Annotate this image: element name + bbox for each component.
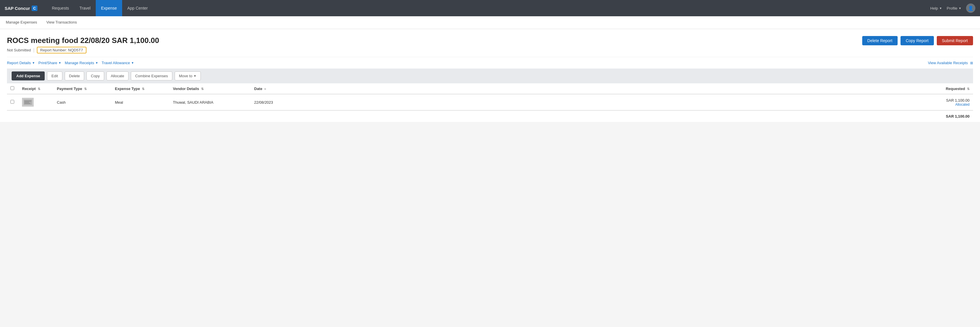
select-all-header [7,83,19,94]
payment-sort-icon[interactable]: ⇅ [84,87,87,91]
requested-cell: SAR 1,100.00 Allocated [303,94,973,110]
expense-type-cell: Meal [111,94,169,110]
nav-app-center[interactable]: App Center [122,0,153,16]
move-to-button[interactable]: Move to ▼ [175,72,201,80]
total-row: SAR 1,100.00 [7,110,973,122]
receipt-image-icon [23,99,33,106]
table-row: Cash Meal Thuwal, SAUDI ARABIA 22/08/202… [7,94,973,110]
action-bar-right: View Available Receipts ⊞ [928,61,973,65]
nav-travel[interactable]: Travel [74,0,96,16]
travel-allowance-link[interactable]: Travel Allowance ▼ [102,61,134,65]
sub-navigation: Manage Expenses View Transactions [0,16,980,29]
vendor-sort-icon[interactable]: ⇅ [201,87,204,91]
profile-link[interactable]: Profile ▼ [947,6,961,10]
manage-receipts-chevron-icon: ▼ [95,61,98,64]
nav-requests[interactable]: Requests [47,0,74,16]
top-navigation: SAP Concur C Requests Travel Expense App… [0,0,980,16]
nav-links: Requests Travel Expense App Center [47,0,931,16]
expense-toolbar: Add Expense Edit Delete Copy Allocate Co… [7,69,973,83]
help-chevron-icon: ▼ [939,7,942,10]
avatar[interactable]: 👤 [966,3,975,13]
meta-divider: | [33,48,34,53]
copy-report-button[interactable]: Copy Report [900,36,934,45]
delete-report-button[interactable]: Delete Report [862,36,897,45]
copy-button[interactable]: Copy [86,72,104,80]
svg-rect-4 [24,103,30,104]
receipt-thumbnail[interactable] [22,98,33,107]
total-label-cell [7,110,303,122]
travel-allowance-chevron-icon: ▼ [131,61,134,64]
table-header-row: Receipt ⇅ Payment Type ⇅ Expense Type ⇅ … [7,83,973,94]
view-available-receipts-link[interactable]: View Available Receipts ⊞ [928,61,973,65]
brand-logo[interactable]: SAP Concur C [5,5,37,11]
requested-header: Requested ⇅ [303,83,973,94]
print-share-link[interactable]: Print/Share ▼ [38,61,61,65]
add-expense-button[interactable]: Add Expense [12,72,45,80]
edit-button[interactable]: Edit [47,72,62,80]
allocate-button[interactable]: Allocate [107,72,129,80]
sub-nav-manage-expenses[interactable]: Manage Expenses [5,16,38,29]
combine-expenses-button[interactable]: Combine Expenses [131,72,172,80]
help-link[interactable]: Help ▼ [931,6,942,10]
vendor-details-cell: Thuwal, SAUDI ARABIA [169,94,251,110]
receipt-cell [19,94,53,110]
row-checkbox[interactable] [10,100,14,104]
date-sort-icon[interactable]: ≡ [264,87,266,91]
vendor-details-header: Vendor Details ⇅ [169,83,251,94]
print-share-chevron-icon: ▼ [58,61,61,64]
svg-rect-3 [24,102,29,102]
brand-icon: C [32,5,37,11]
date-header: Date ≡ [251,83,303,94]
report-actions: Delete Report Copy Report Submit Report [862,36,973,45]
sub-nav-view-transactions[interactable]: View Transactions [45,16,78,29]
requested-sort-icon[interactable]: ⇅ [967,87,970,91]
delete-button[interactable]: Delete [65,72,84,80]
submit-report-button[interactable]: Submit Report [937,36,973,45]
report-info: ROCS meeting food 22/08/20 SAR 1,100.00 … [7,36,159,53]
row-checkbox-cell [7,94,19,110]
total-amount-cell: SAR 1,100.00 [303,110,973,122]
move-to-chevron-icon: ▼ [194,74,196,78]
allocated-link[interactable]: Allocated [306,102,970,107]
report-header: ROCS meeting food 22/08/20 SAR 1,100.00 … [7,36,973,53]
payment-type-header: Payment Type ⇅ [53,83,111,94]
payment-type-cell: Cash [53,94,111,110]
report-number-badge: Report Number: NQD5T7 [37,47,86,53]
report-title: ROCS meeting food 22/08/20 SAR 1,100.00 [7,36,159,45]
report-details-chevron-icon: ▼ [32,61,35,64]
expense-type-header: Expense Type ⇅ [111,83,169,94]
report-details-link[interactable]: Report Details ▼ [7,61,35,65]
svg-rect-2 [24,101,31,101]
date-cell: 22/08/2023 [251,94,303,110]
action-bar: Report Details ▼ Print/Share ▼ Manage Re… [7,57,973,65]
receipt-header: Receipt ⇅ [19,83,53,94]
receipt-sort-icon[interactable]: ⇅ [38,87,40,91]
receipts-icon: ⊞ [970,61,973,65]
brand-name: SAP Concur [5,6,30,11]
expense-table: Receipt ⇅ Payment Type ⇅ Expense Type ⇅ … [7,83,973,122]
main-content: ROCS meeting food 22/08/20 SAR 1,100.00 … [0,29,980,122]
manage-receipts-link[interactable]: Manage Receipts ▼ [65,61,98,65]
report-meta: Not Submitted | Report Number: NQD5T7 [7,47,159,53]
report-status: Not Submitted [7,48,31,52]
nav-right: Help ▼ Profile ▼ 👤 [931,3,975,13]
select-all-checkbox[interactable] [10,86,14,90]
action-bar-left: Report Details ▼ Print/Share ▼ Manage Re… [7,61,134,65]
expense-type-sort-icon[interactable]: ⇅ [142,87,145,91]
nav-expense[interactable]: Expense [96,0,122,16]
profile-chevron-icon: ▼ [959,7,961,10]
